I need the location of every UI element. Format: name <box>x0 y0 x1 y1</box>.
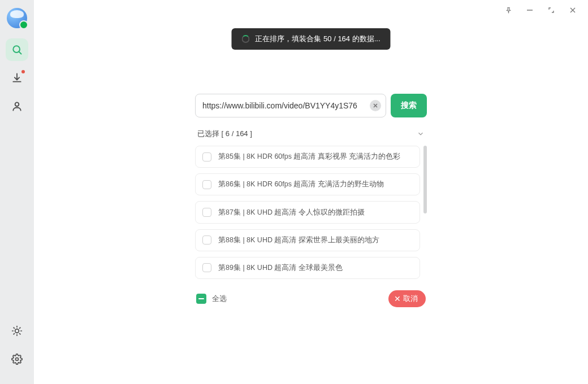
minimize-icon <box>526 7 533 14</box>
list-item[interactable]: 第89集 | 8K UHD 超高清 全球最美景色 <box>195 257 420 279</box>
select-all-label: 全选 <box>212 294 227 304</box>
maximize-icon <box>548 7 555 14</box>
checkbox[interactable] <box>202 235 211 245</box>
minimize-button[interactable] <box>520 2 539 18</box>
toast-text: 正在排序，填装合集 50 / 164 的数据... <box>255 34 380 44</box>
svg-line-1 <box>19 52 21 54</box>
list-item[interactable]: 第87集 | 8K UHD 超高清 令人惊叹的微距拍摄 <box>195 201 420 223</box>
sun-icon <box>11 325 23 337</box>
cancel-label: 取消 <box>403 294 418 304</box>
list-item-label: 第87集 | 8K UHD 超高清 令人惊叹的微距拍摄 <box>218 208 365 217</box>
url-input[interactable] <box>202 101 370 110</box>
search-row: 搜索 <box>195 94 427 117</box>
main-panel: 正在排序，填装合集 50 / 164 的数据... 搜索 已选择 [ 6 / 1… <box>34 0 588 384</box>
checkbox[interactable] <box>202 263 211 272</box>
notification-dot <box>21 70 25 73</box>
svg-point-3 <box>15 329 19 333</box>
select-all-checkbox[interactable] <box>196 294 206 304</box>
nav-search[interactable] <box>6 38 28 61</box>
close-icon <box>569 7 576 14</box>
scrollbar-thumb[interactable] <box>423 146 427 213</box>
nav-settings[interactable] <box>6 348 28 370</box>
selection-summary-row[interactable]: 已选择 [ 6 / 164 ] <box>195 129 427 139</box>
checkbox[interactable] <box>202 152 211 162</box>
clear-input-button[interactable] <box>370 100 381 111</box>
pin-icon <box>505 7 512 14</box>
list-footer: 全选 ✕ 取消 <box>195 290 427 307</box>
scrollbar[interactable] <box>423 146 427 279</box>
list-item-label: 第88集 | 8K UHD 超高清 探索世界上最美丽的地方 <box>218 235 379 245</box>
list-item[interactable]: 第85集 | 8K HDR 60fps 超高清 真彩视界 充满活力的色彩 <box>195 146 420 168</box>
svg-line-8 <box>14 328 14 328</box>
svg-line-10 <box>14 334 14 334</box>
select-all-toggle[interactable]: 全选 <box>196 294 227 304</box>
sidebar <box>0 0 34 384</box>
list-item-label: 第89集 | 8K UHD 超高清 全球最美景色 <box>218 263 343 273</box>
episode-list: 第85集 | 8K HDR 60fps 超高清 真彩视界 充满活力的色彩 第86… <box>195 146 420 279</box>
x-icon <box>373 103 378 108</box>
pin-button[interactable] <box>499 2 518 18</box>
search-box <box>195 94 386 117</box>
chevron-down-icon[interactable] <box>417 130 425 138</box>
spinner-icon <box>241 35 249 43</box>
titlebar <box>34 0 588 20</box>
user-icon <box>11 101 23 112</box>
svg-point-2 <box>15 102 19 106</box>
download-icon <box>11 72 23 84</box>
nav-downloads[interactable] <box>6 67 28 89</box>
list-item[interactable]: 第88集 | 8K UHD 超高清 探索世界上最美丽的地方 <box>195 229 420 251</box>
nav-theme[interactable] <box>6 320 28 342</box>
content: 搜索 已选择 [ 6 / 164 ] 第85集 | 8K HDR 60fps 超… <box>195 94 427 307</box>
svg-line-9 <box>20 334 20 334</box>
close-button[interactable] <box>563 2 582 18</box>
progress-toast: 正在排序，填装合集 50 / 164 的数据... <box>231 28 390 50</box>
list-item-label: 第85集 | 8K HDR 60fps 超高清 真彩视界 充满活力的色彩 <box>218 152 400 162</box>
cancel-button[interactable]: ✕ 取消 <box>388 290 426 307</box>
search-icon <box>11 44 23 55</box>
svg-line-11 <box>20 328 20 328</box>
maximize-button[interactable] <box>542 2 561 18</box>
gear-icon <box>11 354 23 365</box>
avatar[interactable] <box>7 8 27 28</box>
status-badge <box>19 20 28 29</box>
nav-account[interactable] <box>6 95 28 117</box>
list-item-label: 第86集 | 8K HDR 60fps 超高清 充满活力的野生动物 <box>218 180 384 189</box>
list-item[interactable]: 第86集 | 8K HDR 60fps 超高清 充满活力的野生动物 <box>195 173 420 195</box>
checkbox[interactable] <box>202 208 211 217</box>
svg-point-12 <box>16 358 19 361</box>
selection-label: 已选择 [ 6 / 164 ] <box>197 129 252 139</box>
search-button[interactable]: 搜索 <box>391 94 427 117</box>
x-icon: ✕ <box>394 295 401 303</box>
checkbox[interactable] <box>202 180 211 189</box>
